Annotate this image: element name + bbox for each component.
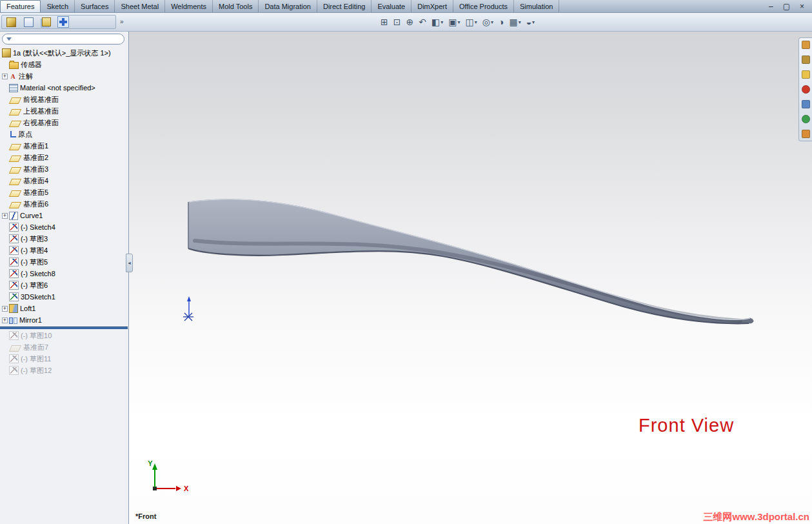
tree-item-label: (-) Sketch8 [21,270,55,277]
apply-scene-button[interactable]: ▦▾ [506,17,523,27]
minimize-icon[interactable]: – [769,2,773,11]
tree-item[interactable]: +注解 [0,70,128,82]
tree-item[interactable]: (-) Sketch4 [0,221,128,233]
filter-funnel-icon [6,37,12,41]
sketch-icon [9,234,19,243]
tree-item[interactable]: +Mirror1 [0,314,128,326]
indent-spacer [2,248,8,254]
tree-item[interactable]: 基准面4 [0,175,128,186]
tree-item[interactable]: 基准面6 [0,198,128,210]
triad-x-label: X [184,485,189,492]
tree-item[interactable]: 基准面5 [0,186,128,198]
tree-item[interactable]: (-) 草图10 [0,330,128,341]
zoom-in-out-button[interactable]: ⊕ [403,17,416,27]
menu-bar: FeaturesSketchSurfacesSheet MetalWeldmen… [0,0,812,13]
tree-item[interactable]: +Loft1 [0,303,128,314]
taskpane-file-explorer-icon[interactable] [802,70,810,79]
view-orientation-icon: ▣ [448,17,457,26]
tree-item[interactable]: (-) Sketch8 [0,268,128,279]
tab-features[interactable]: Features [0,0,41,12]
tab-dimxpert[interactable]: DimXpert [411,0,453,12]
dropdown-caret-icon: ▾ [491,19,493,25]
indent-spacer [2,333,8,339]
taskpane-design-library-icon[interactable] [802,55,810,64]
tab-surfaces[interactable]: Surfaces [75,0,115,12]
tree-item[interactable]: (-) 草图3 [0,233,128,245]
viewport[interactable]: Y X Front View *Front 三维网www.3dportal.cn [129,32,812,524]
tree-item-label: 基准面5 [23,188,48,197]
apply-scene-icon: ▦ [509,17,517,26]
indent-spacer [2,225,8,230]
featuremanager-tab-button[interactable] [5,16,17,28]
coordinate-system-marker [183,296,193,321]
tree-item[interactable]: 基准面3 [0,163,128,175]
tab-sketch[interactable]: Sketch [41,0,75,12]
loft-surface-model[interactable] [188,199,753,323]
tree-item[interactable]: (-) 草图4 [0,245,128,256]
plane-icon [9,167,21,174]
taskpane-appearances-icon[interactable] [802,115,810,123]
dropdown-caret-icon: ▾ [519,19,521,25]
sketch-icon [9,257,19,267]
tree-item[interactable]: (-) 草图11 [0,353,128,365]
tree-item[interactable]: 基准面2 [0,152,128,163]
tree-item[interactable]: 前视基准面 [0,94,128,105]
tab-evaluate[interactable]: Evaluate [371,0,411,12]
hide-show-items-button[interactable]: ◎▾ [480,17,496,27]
panel-collapse-handle[interactable]: ◄ [126,254,133,272]
plane-icon [9,121,21,127]
tab-office-products[interactable]: Office Products [453,0,514,12]
tree-item-label: 基准面3 [23,165,48,174]
tree-item[interactable]: 传感器 [0,59,128,70]
dimxpertmanager-tab-button[interactable] [57,16,69,28]
tab-weldments[interactable]: Weldments [165,0,213,12]
zoom-area-button[interactable]: ⊡ [391,17,404,27]
tree-item[interactable]: 基准面7 [0,341,128,353]
configurationmanager-tab-button[interactable] [40,16,52,28]
tab-sheet-metal[interactable]: Sheet Metal [115,0,165,12]
tree-item[interactable]: +Curve1 [0,210,128,221]
reference-triad: Y X [148,459,189,492]
tree-item[interactable]: 上视基准面 [0,105,128,117]
tree-item[interactable]: (-) 草图6 [0,279,128,291]
rollback-bar[interactable] [0,327,128,329]
tree-item[interactable]: (-) 草图12 [0,365,128,376]
tab-data-migration[interactable]: Data Migration [259,0,317,12]
zoom-to-fit-button[interactable]: ⊞ [378,17,391,27]
taskpane-view-palette-icon[interactable] [802,100,810,108]
feature-manager-tab-bar [1,15,116,29]
expand-toggle-icon[interactable]: + [2,213,8,219]
close-icon[interactable]: × [800,2,804,11]
display-style-button[interactable]: ◫▾ [462,17,479,27]
panel-tabs-overflow[interactable]: » [120,18,124,25]
tab-direct-editing[interactable]: Direct Editing [317,0,371,12]
tree-item[interactable]: 3DSketch1 [0,291,128,303]
view-settings-button[interactable]: ◒▾ [524,17,537,27]
tab-simulation[interactable]: Simulation [514,0,559,12]
sketch-icon [9,269,19,278]
previous-view-button[interactable]: ↶ [416,17,429,27]
view-orientation-button[interactable]: ▣▾ [446,17,462,27]
expand-toggle-icon[interactable]: + [2,306,8,312]
tree-filter-input[interactable] [14,35,120,43]
tree-item[interactable]: (-) 草图5 [0,256,128,268]
propertymanager-tab-button[interactable] [23,16,34,28]
taskpane-custom-properties-icon[interactable] [802,130,810,138]
tab-mold-tools[interactable]: Mold Tools [213,0,259,12]
tree-item-label: 1a (默认<<默认>_显示状态 1>) [13,48,111,58]
taskpane-home-icon[interactable] [802,41,810,49]
tree-item[interactable]: Material <not specified> [0,82,128,94]
expand-toggle-icon[interactable]: + [2,74,8,79]
loft-icon [9,304,18,313]
tree-item-label: Mirror1 [19,316,42,324]
restore-icon[interactable]: ▢ [783,2,790,11]
expand-toggle-icon[interactable]: + [2,317,8,323]
edit-appearance-button[interactable]: ◑ [496,17,506,27]
section-view-button[interactable]: ◧▾ [429,17,446,27]
tree-item-label: (-) 草图12 [21,366,52,376]
tree-item[interactable]: 原点 [0,128,128,140]
tree-item[interactable]: 基准面1 [0,140,128,152]
taskpane-search-icon[interactable] [802,85,810,94]
tree-item[interactable]: 右视基准面 [0,117,128,128]
tree-item[interactable]: 1a (默认<<默认>_显示状态 1>) [0,47,128,59]
